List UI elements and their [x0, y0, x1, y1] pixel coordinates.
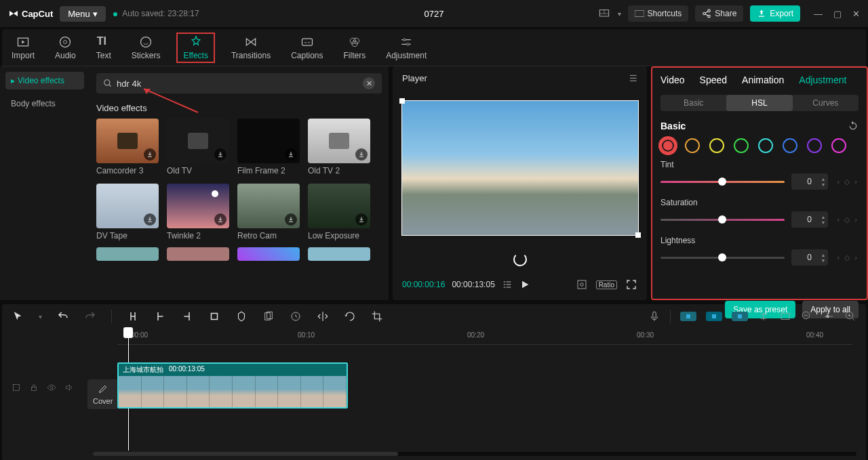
delete-icon[interactable]: [208, 310, 220, 322]
color-swatch-blue[interactable]: [783, 138, 797, 153]
sidebar-item-body-effects[interactable]: Body effects: [5, 95, 84, 112]
shortcuts-button[interactable]: Shortcuts: [628, 5, 689, 22]
share-button[interactable]: Share: [695, 5, 743, 22]
player-viewport[interactable]: [393, 90, 647, 246]
tab-import[interactable]: Import: [7, 33, 39, 63]
color-swatch-cyan[interactable]: [758, 138, 773, 153]
lightness-value[interactable]: 0▲▼: [791, 249, 828, 266]
pointer-icon[interactable]: [12, 310, 24, 322]
effect-item[interactable]: DV Tape: [96, 184, 159, 241]
zoom-slider-icon[interactable]: [823, 310, 835, 322]
color-swatch-magenta[interactable]: [831, 138, 846, 153]
fullscreen-icon[interactable]: [625, 278, 637, 291]
zoom-out-icon[interactable]: [801, 310, 813, 322]
zoom-in-icon[interactable]: [844, 310, 856, 322]
scale-icon[interactable]: [576, 278, 588, 291]
track-toggle-1[interactable]: [680, 312, 696, 321]
tab-audio[interactable]: Audio: [51, 33, 80, 63]
effect-item[interactable]: Old TV 2: [308, 119, 370, 175]
reset-icon[interactable]: [848, 121, 859, 131]
color-swatch-purple[interactable]: [807, 138, 822, 153]
keyframe-nav[interactable]: ‹ ◇ ›: [837, 177, 859, 186]
effect-item[interactable]: [237, 247, 300, 261]
mic-icon[interactable]: [648, 310, 660, 322]
track-toggle-3[interactable]: [732, 312, 748, 321]
panel-tab-video[interactable]: Video: [660, 75, 685, 85]
keyframe-nav[interactable]: ‹ ◇ ›: [837, 215, 859, 224]
trim-right-icon[interactable]: [181, 310, 193, 322]
preview-icon[interactable]: [779, 310, 791, 322]
tab-adjustment[interactable]: Adjustment: [382, 33, 431, 63]
effect-item[interactable]: Retro Cam: [237, 184, 300, 241]
effect-item[interactable]: [308, 247, 370, 261]
tab-transitions[interactable]: Transitions: [227, 33, 275, 63]
panel-tab-animation[interactable]: Animation: [742, 75, 784, 85]
download-icon[interactable]: [285, 148, 297, 161]
menu-button[interactable]: Menu ▾: [60, 6, 106, 22]
cover-button[interactable]: Cover: [87, 379, 118, 409]
split-icon[interactable]: [127, 310, 139, 322]
effect-item[interactable]: [167, 247, 229, 261]
effect-item[interactable]: Twinkle 2: [167, 184, 229, 241]
crop-icon[interactable]: [371, 310, 383, 322]
color-swatch-orange[interactable]: [685, 138, 700, 153]
timeline-scrollbar[interactable]: [93, 452, 856, 456]
effect-item[interactable]: Film Frame 2: [237, 119, 300, 175]
marker-icon[interactable]: [235, 310, 248, 322]
panel-tab-speed[interactable]: Speed: [700, 75, 727, 85]
timeline-ruler[interactable]: 00:00 00:10 00:20 00:30 00:40: [117, 329, 852, 345]
menu-icon[interactable]: ☰: [629, 73, 637, 83]
download-icon[interactable]: [355, 213, 368, 226]
download-icon[interactable]: [144, 148, 156, 161]
effect-item[interactable]: Low Exposure: [308, 184, 370, 241]
color-swatch-green[interactable]: [734, 138, 749, 153]
saturation-slider[interactable]: [660, 219, 785, 221]
lock-icon[interactable]: [29, 383, 39, 392]
play-icon[interactable]: [519, 279, 530, 290]
effect-item[interactable]: Camcorder 3: [96, 119, 159, 175]
video-clip[interactable]: 上海城市航拍 00:00:13:05: [117, 362, 348, 409]
search-input[interactable]: [117, 79, 359, 89]
redo-icon[interactable]: [84, 310, 96, 322]
layout-icon[interactable]: [597, 8, 611, 19]
keyframe-nav[interactable]: ‹ ◇ ›: [837, 253, 859, 262]
tint-slider[interactable]: [660, 181, 785, 183]
copy-icon[interactable]: [262, 310, 275, 322]
clear-search-button[interactable]: ✕: [363, 77, 375, 89]
download-icon[interactable]: [144, 213, 156, 226]
mute-icon[interactable]: [64, 383, 74, 392]
tab-text[interactable]: TIText: [92, 33, 115, 63]
magnet-icon[interactable]: [12, 383, 21, 392]
tab-effects[interactable]: Effects: [176, 33, 214, 63]
close-icon[interactable]: ✕: [852, 9, 860, 19]
color-swatch-yellow[interactable]: [709, 138, 724, 153]
lightness-slider[interactable]: [660, 257, 785, 259]
download-icon[interactable]: [214, 213, 226, 226]
ratio-button[interactable]: Ratio: [596, 280, 617, 289]
list-icon[interactable]: [502, 279, 513, 290]
rotate-icon[interactable]: [344, 310, 356, 322]
maximize-icon[interactable]: ▢: [833, 9, 842, 19]
export-button[interactable]: Export: [750, 5, 800, 22]
timeline[interactable]: 00:00 00:10 00:20 00:30 00:40 Cover 上海城市…: [2, 329, 866, 460]
chevron-down-icon[interactable]: ▾: [618, 10, 621, 18]
tab-captions[interactable]: Captions: [287, 33, 327, 63]
subtab-basic[interactable]: Basic: [660, 95, 726, 111]
mirror-icon[interactable]: [317, 310, 329, 322]
trim-left-icon[interactable]: [154, 310, 166, 322]
tab-filters[interactable]: Filters: [340, 33, 370, 63]
align-icon[interactable]: [757, 310, 770, 322]
track-toggle-2[interactable]: [706, 312, 722, 321]
saturation-value[interactable]: 0▲▼: [791, 211, 828, 228]
subtab-hsl[interactable]: HSL: [726, 95, 792, 111]
reverse-icon[interactable]: [290, 310, 302, 322]
sidebar-item-video-effects[interactable]: ▸Video effects: [5, 72, 84, 89]
tab-stickers[interactable]: Stickers: [127, 33, 165, 63]
chevron-down-icon[interactable]: ▾: [39, 313, 42, 320]
color-swatch-red[interactable]: [660, 138, 675, 153]
download-icon[interactable]: [214, 148, 226, 161]
download-icon[interactable]: [355, 148, 368, 161]
tint-value[interactable]: 0▲▼: [791, 173, 828, 190]
download-icon[interactable]: [285, 213, 297, 226]
effect-item[interactable]: [96, 247, 159, 261]
